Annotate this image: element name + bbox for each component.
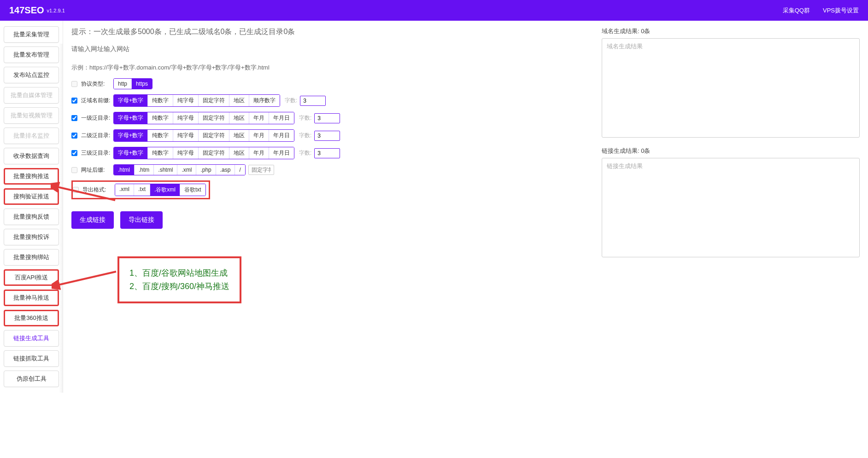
chip-protocol-1[interactable]: https <box>132 79 152 89</box>
chip-dir1-1[interactable]: 纯数字 <box>148 112 173 124</box>
chip-dir3-5[interactable]: 年月 <box>249 147 269 159</box>
row-dir3: 三级泛目录:字母+数字纯数字纯字母固定字符地区年月年月日字数: <box>71 147 592 159</box>
count-input-dir3[interactable] <box>314 148 340 158</box>
sidebar-item-6[interactable]: 收录数据查询 <box>4 148 59 164</box>
chip-dir3-4[interactable]: 地区 <box>229 147 249 159</box>
chip-dir1-4[interactable]: 地区 <box>229 112 249 124</box>
count-label-pan_prefix: 字数: <box>285 97 297 104</box>
chip-dir3-2[interactable]: 纯字母 <box>173 147 199 159</box>
suffix-custom-input[interactable] <box>248 165 274 175</box>
chip-suffix-3[interactable]: .xml <box>177 165 196 175</box>
chip-export-1[interactable]: .txt <box>134 184 150 196</box>
chips-protocol: httphttps <box>113 78 152 89</box>
chip-pan_prefix-5[interactable]: 顺序数字 <box>249 95 280 106</box>
row-export: 导出格式:.xml.txt.谷歌xml谷歌txt <box>71 180 592 199</box>
chip-dir1-0[interactable]: 字母+数字 <box>114 112 148 124</box>
chip-dir2-3[interactable]: 固定字符 <box>199 130 229 141</box>
checkbox-dir2[interactable] <box>71 133 77 139</box>
chip-dir3-0[interactable]: 字母+数字 <box>114 147 148 159</box>
chip-dir1-2[interactable]: 纯字母 <box>173 112 199 124</box>
chips-dir1: 字母+数字纯数字纯字母固定字符地区年月年月日 <box>113 112 294 124</box>
checkbox-protocol[interactable] <box>71 81 77 87</box>
annotation-line-1: 1、百度/谷歌网站地图生成 <box>129 267 229 280</box>
chip-dir2-5[interactable]: 年月 <box>249 130 269 141</box>
results-column: 域名生成结果: 0条 域名生成结果 链接生成结果: 0条 链接生成结果 <box>602 27 860 386</box>
chip-export-3[interactable]: 谷歌txt <box>180 184 205 196</box>
chip-dir2-1[interactable]: 纯数字 <box>148 130 173 141</box>
chip-dir1-5[interactable]: 年月 <box>249 112 269 124</box>
chip-suffix-0[interactable]: .html <box>114 165 135 175</box>
sidebar-item-0[interactable]: 批量采集管理 <box>4 26 59 43</box>
label-dir1: 一级泛目录: <box>81 114 113 122</box>
chip-pan_prefix-0[interactable]: 字母+数字 <box>114 95 148 106</box>
checkbox-export[interactable] <box>73 187 79 193</box>
domain-result-label: 域名生成结果: 0条 <box>602 27 860 35</box>
chip-suffix-6[interactable]: / <box>235 165 245 175</box>
chip-suffix-1[interactable]: .htm <box>135 165 154 175</box>
count-label-dir3: 字数: <box>299 149 311 157</box>
chip-pan_prefix-2[interactable]: 纯字母 <box>173 95 199 106</box>
chips-dir3: 字母+数字纯数字纯字母固定字符地区年月年月日 <box>113 147 294 159</box>
chip-pan_prefix-4[interactable]: 地区 <box>229 95 249 106</box>
sidebar-item-8[interactable]: 搜狗验证推送 <box>4 188 59 205</box>
url-input-placeholder[interactable]: 请输入网址输入网站 <box>71 45 592 53</box>
chip-dir2-6[interactable]: 年月日 <box>269 130 294 141</box>
link-result-label: 链接生成结果: 0条 <box>602 147 860 155</box>
count-input-pan_prefix[interactable] <box>300 96 326 106</box>
row-dir2: 二级泛目录:字母+数字纯数字纯字母固定字符地区年月年月日字数: <box>71 129 592 142</box>
export-highlight-box: 导出格式:.xml.txt.谷歌xml谷歌txt <box>71 180 210 199</box>
chip-export-0[interactable]: .xml <box>115 184 134 196</box>
chip-dir3-1[interactable]: 纯数字 <box>148 147 173 159</box>
chip-pan_prefix-3[interactable]: 固定字符 <box>199 95 229 106</box>
domain-result-box[interactable]: 域名生成结果 <box>602 38 860 138</box>
row-suffix: 网址后缀:.html.htm.shtml.xml.php.asp/ <box>71 164 592 175</box>
label-dir3: 三级泛目录: <box>81 149 113 157</box>
version: v1.2.9.1 <box>47 8 65 13</box>
chip-dir3-3[interactable]: 固定字符 <box>199 147 229 159</box>
sidebar-item-12[interactable]: 百度API推送 <box>4 269 59 286</box>
chip-protocol-0[interactable]: http <box>114 79 132 89</box>
chip-dir2-2[interactable]: 纯字母 <box>173 130 199 141</box>
chip-dir2-0[interactable]: 字母+数字 <box>114 130 148 141</box>
sidebar-item-1[interactable]: 批量发布管理 <box>4 46 59 63</box>
export-links-button[interactable]: 导出链接 <box>120 211 163 229</box>
sidebar-item-14[interactable]: 批量360推送 <box>4 310 59 326</box>
sidebar-item-13[interactable]: 批量神马推送 <box>4 290 59 306</box>
sidebar-item-7[interactable]: 批量搜狗推送 <box>4 168 59 185</box>
count-input-dir2[interactable] <box>314 131 340 141</box>
sidebar-item-11[interactable]: 批量搜狗绑站 <box>4 249 59 266</box>
sidebar: 批量采集管理批量发布管理发布站点监控批量自媒体管理批量短视频管理批量排名监控收录… <box>0 21 63 393</box>
generate-links-button[interactable]: 生成链接 <box>71 211 114 229</box>
link-result-box[interactable]: 链接生成结果 <box>602 158 860 257</box>
annotation-line-2: 2、百度/搜狗/360/神马推送 <box>129 280 229 293</box>
sidebar-item-5: 批量排名监控 <box>4 128 59 144</box>
brand: 147SEO <box>9 5 44 16</box>
chip-suffix-4[interactable]: .php <box>196 165 216 175</box>
chip-pan_prefix-1[interactable]: 纯数字 <box>148 95 173 106</box>
chip-dir1-3[interactable]: 固定字符 <box>199 112 229 124</box>
count-label-dir2: 字数: <box>299 132 311 139</box>
checkbox-dir3[interactable] <box>71 150 77 156</box>
row-dir1: 一级泛目录:字母+数字纯数字纯字母固定字符地区年月年月日字数: <box>71 112 592 124</box>
count-input-dir1[interactable] <box>314 113 340 123</box>
chips-dir2: 字母+数字纯数字纯字母固定字符地区年月年月日 <box>113 129 294 142</box>
sidebar-item-15[interactable]: 链接生成工具 <box>4 330 59 347</box>
chip-dir2-4[interactable]: 地区 <box>229 130 249 141</box>
checkbox-suffix[interactable] <box>71 167 77 173</box>
chip-export-2[interactable]: .谷歌xml <box>150 184 180 196</box>
checkbox-dir1[interactable] <box>71 115 77 121</box>
sidebar-item-16[interactable]: 链接抓取工具 <box>4 350 59 367</box>
chip-suffix-5[interactable]: .asp <box>216 165 235 175</box>
header-link-vps[interactable]: VPS拨号设置 <box>823 6 859 15</box>
app-header: 147SEO v1.2.9.1 采集QQ群 VPS拨号设置 <box>0 0 868 21</box>
header-link-qq[interactable]: 采集QQ群 <box>783 6 810 15</box>
sidebar-item-9[interactable]: 批量搜狗反馈 <box>4 209 59 225</box>
sidebar-item-10[interactable]: 批量搜狗投诉 <box>4 229 59 245</box>
sidebar-item-2[interactable]: 发布站点监控 <box>4 67 59 83</box>
main-form: 提示：一次生成最多5000条，已生成二级域名0条，已生成泛目录0条 请输入网址输… <box>71 27 592 386</box>
sidebar-item-17[interactable]: 伪原创工具 <box>4 371 59 387</box>
chip-dir1-6[interactable]: 年月日 <box>269 112 294 124</box>
chip-suffix-2[interactable]: .shtml <box>154 165 177 175</box>
checkbox-pan_prefix[interactable] <box>71 98 77 104</box>
chip-dir3-6[interactable]: 年月日 <box>269 147 294 159</box>
